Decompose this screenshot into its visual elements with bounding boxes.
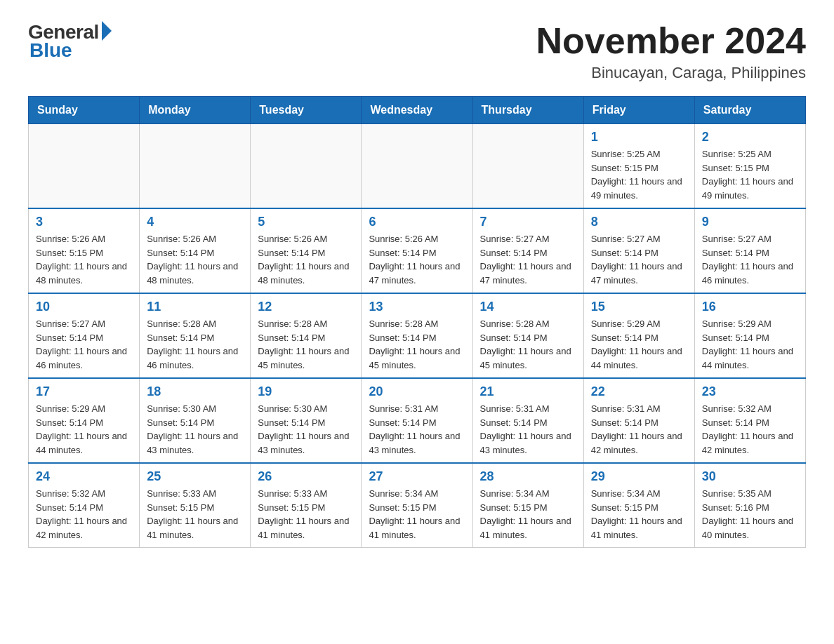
day-number: 3 <box>36 215 132 229</box>
day-cell: 21Sunrise: 5:31 AMSunset: 5:14 PMDayligh… <box>472 378 583 463</box>
col-header-saturday: Saturday <box>694 97 805 124</box>
day-number: 24 <box>36 469 132 484</box>
day-cell: 29Sunrise: 5:34 AMSunset: 5:15 PMDayligh… <box>583 463 694 548</box>
day-cell: 8Sunrise: 5:27 AMSunset: 5:14 PMDaylight… <box>583 208 694 293</box>
day-cell <box>29 124 140 209</box>
day-info: Sunrise: 5:29 AMSunset: 5:14 PMDaylight:… <box>591 317 687 372</box>
day-cell: 17Sunrise: 5:29 AMSunset: 5:14 PMDayligh… <box>29 378 140 463</box>
day-number: 2 <box>702 130 798 145</box>
day-info: Sunrise: 5:33 AMSunset: 5:15 PMDaylight:… <box>147 487 243 542</box>
day-number: 4 <box>147 215 243 229</box>
day-cell: 3Sunrise: 5:26 AMSunset: 5:15 PMDaylight… <box>29 208 140 293</box>
location-subtitle: Binucayan, Caraga, Philippines <box>536 64 806 82</box>
day-cell: 12Sunrise: 5:28 AMSunset: 5:14 PMDayligh… <box>251 293 362 378</box>
day-cell: 2Sunrise: 5:25 AMSunset: 5:15 PMDaylight… <box>694 124 805 209</box>
week-row-1: 1Sunrise: 5:25 AMSunset: 5:15 PMDaylight… <box>29 124 806 209</box>
day-cell: 15Sunrise: 5:29 AMSunset: 5:14 PMDayligh… <box>583 293 694 378</box>
day-info: Sunrise: 5:31 AMSunset: 5:14 PMDaylight:… <box>591 402 687 457</box>
title-area: November 2024 Binucayan, Caraga, Philipp… <box>536 21 806 82</box>
logo-blue-text: Blue <box>29 39 72 62</box>
day-number: 27 <box>369 469 465 484</box>
col-header-wednesday: Wednesday <box>362 97 472 124</box>
day-number: 15 <box>591 300 687 314</box>
day-info: Sunrise: 5:25 AMSunset: 5:15 PMDaylight:… <box>702 147 798 202</box>
header: General Blue November 2024 Binucayan, Ca… <box>28 21 806 82</box>
day-cell: 16Sunrise: 5:29 AMSunset: 5:14 PMDayligh… <box>694 293 805 378</box>
day-cell: 18Sunrise: 5:30 AMSunset: 5:14 PMDayligh… <box>140 378 251 463</box>
day-info: Sunrise: 5:28 AMSunset: 5:14 PMDaylight:… <box>258 317 354 372</box>
day-cell: 14Sunrise: 5:28 AMSunset: 5:14 PMDayligh… <box>472 293 583 378</box>
day-cell: 7Sunrise: 5:27 AMSunset: 5:14 PMDaylight… <box>472 208 583 293</box>
day-number: 22 <box>591 384 687 399</box>
day-cell: 4Sunrise: 5:26 AMSunset: 5:14 PMDaylight… <box>140 208 251 293</box>
day-info: Sunrise: 5:31 AMSunset: 5:14 PMDaylight:… <box>480 402 576 457</box>
calendar-table: SundayMondayTuesdayWednesdayThursdayFrid… <box>28 96 806 548</box>
day-info: Sunrise: 5:31 AMSunset: 5:14 PMDaylight:… <box>369 402 465 457</box>
day-info: Sunrise: 5:28 AMSunset: 5:14 PMDaylight:… <box>480 317 576 372</box>
day-info: Sunrise: 5:34 AMSunset: 5:15 PMDaylight:… <box>591 487 687 542</box>
day-cell <box>140 124 251 209</box>
week-row-3: 10Sunrise: 5:27 AMSunset: 5:14 PMDayligh… <box>29 293 806 378</box>
day-cell: 23Sunrise: 5:32 AMSunset: 5:14 PMDayligh… <box>694 378 805 463</box>
day-info: Sunrise: 5:32 AMSunset: 5:14 PMDaylight:… <box>702 402 798 457</box>
day-info: Sunrise: 5:32 AMSunset: 5:14 PMDaylight:… <box>36 487 132 542</box>
col-header-tuesday: Tuesday <box>251 97 362 124</box>
day-number: 7 <box>480 215 576 229</box>
day-number: 30 <box>702 469 798 484</box>
day-info: Sunrise: 5:27 AMSunset: 5:14 PMDaylight:… <box>36 317 132 372</box>
day-cell: 9Sunrise: 5:27 AMSunset: 5:14 PMDaylight… <box>694 208 805 293</box>
week-row-4: 17Sunrise: 5:29 AMSunset: 5:14 PMDayligh… <box>29 378 806 463</box>
day-number: 25 <box>147 469 243 484</box>
day-number: 29 <box>591 469 687 484</box>
col-header-friday: Friday <box>583 97 694 124</box>
day-number: 12 <box>258 300 354 314</box>
day-info: Sunrise: 5:29 AMSunset: 5:14 PMDaylight:… <box>36 402 132 457</box>
col-header-sunday: Sunday <box>29 97 140 124</box>
day-info: Sunrise: 5:27 AMSunset: 5:14 PMDaylight:… <box>480 232 576 287</box>
header-row: SundayMondayTuesdayWednesdayThursdayFrid… <box>29 97 806 124</box>
day-info: Sunrise: 5:34 AMSunset: 5:15 PMDaylight:… <box>480 487 576 542</box>
day-info: Sunrise: 5:27 AMSunset: 5:14 PMDaylight:… <box>591 232 687 287</box>
day-number: 8 <box>591 215 687 229</box>
day-cell: 22Sunrise: 5:31 AMSunset: 5:14 PMDayligh… <box>583 378 694 463</box>
col-header-monday: Monday <box>140 97 251 124</box>
day-cell: 27Sunrise: 5:34 AMSunset: 5:15 PMDayligh… <box>362 463 472 548</box>
logo-arrow-icon <box>102 21 112 41</box>
day-info: Sunrise: 5:33 AMSunset: 5:15 PMDaylight:… <box>258 487 354 542</box>
day-info: Sunrise: 5:27 AMSunset: 5:14 PMDaylight:… <box>702 232 798 287</box>
day-number: 18 <box>147 384 243 399</box>
day-cell: 24Sunrise: 5:32 AMSunset: 5:14 PMDayligh… <box>29 463 140 548</box>
day-number: 23 <box>702 384 798 399</box>
day-cell: 26Sunrise: 5:33 AMSunset: 5:15 PMDayligh… <box>251 463 362 548</box>
day-number: 1 <box>591 130 687 145</box>
week-row-2: 3Sunrise: 5:26 AMSunset: 5:15 PMDaylight… <box>29 208 806 293</box>
day-cell: 28Sunrise: 5:34 AMSunset: 5:15 PMDayligh… <box>472 463 583 548</box>
day-info: Sunrise: 5:26 AMSunset: 5:15 PMDaylight:… <box>36 232 132 287</box>
day-number: 5 <box>258 215 354 229</box>
day-number: 28 <box>480 469 576 484</box>
day-number: 16 <box>702 300 798 314</box>
month-year-title: November 2024 <box>536 21 806 61</box>
day-info: Sunrise: 5:29 AMSunset: 5:14 PMDaylight:… <box>702 317 798 372</box>
day-number: 19 <box>258 384 354 399</box>
day-number: 21 <box>480 384 576 399</box>
day-cell: 6Sunrise: 5:26 AMSunset: 5:14 PMDaylight… <box>362 208 472 293</box>
day-cell: 30Sunrise: 5:35 AMSunset: 5:16 PMDayligh… <box>694 463 805 548</box>
day-info: Sunrise: 5:26 AMSunset: 5:14 PMDaylight:… <box>258 232 354 287</box>
day-info: Sunrise: 5:25 AMSunset: 5:15 PMDaylight:… <box>591 147 687 202</box>
day-cell: 1Sunrise: 5:25 AMSunset: 5:15 PMDaylight… <box>583 124 694 209</box>
day-cell: 10Sunrise: 5:27 AMSunset: 5:14 PMDayligh… <box>29 293 140 378</box>
day-cell <box>251 124 362 209</box>
day-number: 26 <box>258 469 354 484</box>
day-cell: 19Sunrise: 5:30 AMSunset: 5:14 PMDayligh… <box>251 378 362 463</box>
day-info: Sunrise: 5:30 AMSunset: 5:14 PMDaylight:… <box>147 402 243 457</box>
day-cell: 13Sunrise: 5:28 AMSunset: 5:14 PMDayligh… <box>362 293 472 378</box>
day-cell <box>362 124 472 209</box>
day-number: 17 <box>36 384 132 399</box>
week-row-5: 24Sunrise: 5:32 AMSunset: 5:14 PMDayligh… <box>29 463 806 548</box>
day-info: Sunrise: 5:26 AMSunset: 5:14 PMDaylight:… <box>369 232 465 287</box>
logo: General Blue <box>28 21 112 62</box>
day-info: Sunrise: 5:34 AMSunset: 5:15 PMDaylight:… <box>369 487 465 542</box>
day-cell: 5Sunrise: 5:26 AMSunset: 5:14 PMDaylight… <box>251 208 362 293</box>
day-number: 20 <box>369 384 465 399</box>
